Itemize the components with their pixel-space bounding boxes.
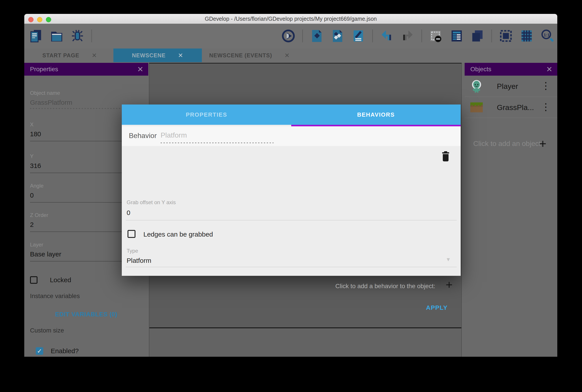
delete-behavior-icon[interactable] [441, 151, 450, 162]
grass-platform-sprite-icon [470, 101, 483, 114]
export-scene-icon[interactable] [310, 29, 324, 43]
properties-panel-title: Properties [30, 66, 58, 73]
mask-icon[interactable] [429, 29, 443, 43]
clone-instances-icon[interactable] [471, 29, 484, 43]
behavior-name-input[interactable] [161, 131, 274, 139]
tab-close-icon[interactable]: ✕ [178, 52, 183, 59]
tab-close-icon[interactable]: ✕ [284, 52, 290, 59]
add-object-label: Click to add an object [473, 140, 541, 148]
object-name: Player [497, 82, 518, 90]
enabled-checkbox[interactable]: ✓ [36, 347, 43, 355]
grab-offset-label: Grab offset on Y axis [127, 199, 176, 206]
locked-checkbox[interactable] [30, 276, 38, 284]
object-row-player[interactable]: Player ⋮ [465, 76, 557, 97]
behaviors-dialog: PROPERTIES BEHAVIORS Behavior Grab offse… [122, 104, 461, 276]
edit-variables-button[interactable]: EDIT VARIABLES (0) [24, 311, 148, 318]
object-name: GrassPla... [497, 103, 534, 112]
outside-scene-area [149, 328, 461, 357]
type-label: Type [127, 248, 138, 254]
publish-icon[interactable] [331, 29, 344, 43]
titlebar: GDevelop - /Users/florian/GDevelop proje… [24, 14, 557, 24]
objects-panel-header: Objects ✕ [465, 63, 557, 76]
toolbar-divider [372, 30, 373, 42]
undo-icon[interactable] [380, 29, 394, 43]
close-icon[interactable]: ✕ [137, 65, 144, 74]
tab-newscene-events[interactable]: NEWSCENE (EVENTS) ✕ [202, 48, 297, 62]
project-manager-icon[interactable] [29, 29, 43, 43]
add-behavior-label: Click to add a behavior to the object: [335, 283, 435, 290]
enabled-label: Enabled? [51, 347, 79, 355]
selection-icon[interactable] [499, 29, 513, 43]
grab-offset-input[interactable] [127, 209, 455, 216]
add-behavior-plus-icon[interactable]: + [446, 278, 453, 292]
instance-variables-heading: Instance variables [30, 292, 80, 300]
enabled-checkbox-row[interactable]: ✓ Enabled? [36, 347, 79, 355]
grid-icon[interactable] [520, 29, 533, 43]
magnifier-handle [549, 38, 554, 42]
open-project-icon[interactable] [50, 29, 64, 43]
play-preview-icon[interactable] [282, 29, 295, 43]
kebab-menu-icon[interactable]: ⋮ [541, 79, 551, 92]
ledges-checkbox[interactable] [128, 230, 136, 238]
field-underline [126, 267, 457, 267]
behavior-name-underline [161, 142, 274, 143]
redo-icon[interactable] [401, 29, 414, 43]
field-underline [126, 220, 457, 220]
toolbar-divider [421, 30, 422, 42]
plus-icon[interactable]: + [539, 136, 546, 151]
dialog-tab-properties[interactable]: PROPERTIES [122, 104, 291, 125]
toolbar-divider [91, 30, 92, 42]
object-row-grassplatform[interactable]: GrassPla... ⋮ [465, 97, 557, 118]
zoom-original-icon[interactable]: 1:1 [540, 29, 554, 43]
object-name-label: Object name [30, 90, 143, 96]
tab-label: NEWSCENE (EVENTS) [209, 52, 272, 59]
instances-list-icon[interactable] [450, 29, 463, 43]
tabbar: START PAGE ✕ NEWSCENE ✕ NEWSCENE (EVENTS… [24, 48, 557, 63]
chevron-down-icon[interactable]: ▼ [446, 256, 451, 262]
behavior-label: Behavior [129, 132, 157, 140]
custom-size-heading: Custom size [30, 327, 64, 334]
ledges-label: Ledges can be grabbed [143, 230, 213, 238]
locked-label: Locked [50, 276, 71, 284]
tab-label: NEWSCENE [132, 52, 166, 59]
toolbar-divider [302, 30, 303, 42]
type-select[interactable] [127, 257, 455, 264]
window-title: GDevelop - /Users/florian/GDevelop proje… [24, 14, 557, 24]
objects-panel: Objects ✕ Player ⋮ GrassPla... ⋮ Click t… [465, 63, 557, 357]
locked-checkbox-row[interactable]: Locked [30, 276, 71, 284]
tab-label: START PAGE [42, 52, 79, 59]
behavior-name-row: Behavior [122, 126, 461, 146]
dialog-tab-behaviors[interactable]: BEHAVIORS [291, 104, 461, 125]
gdevelop-window: GDevelop - /Users/florian/GDevelop proje… [24, 14, 557, 357]
toolbar-divider [491, 30, 492, 42]
edit-scene-properties-icon[interactable] [351, 29, 365, 43]
tab-close-icon[interactable]: ✕ [92, 52, 97, 59]
apply-button[interactable]: APPLY [426, 304, 448, 311]
debug-icon[interactable] [71, 29, 84, 43]
dialog-tabbar: PROPERTIES BEHAVIORS [122, 104, 461, 125]
objects-panel-title: Objects [470, 66, 491, 73]
player-sprite-icon [470, 80, 483, 93]
zoom-ratio-label: 1:1 [544, 33, 549, 38]
kebab-menu-icon[interactable]: ⋮ [541, 100, 551, 114]
tab-newscene[interactable]: NEWSCENE ✕ [113, 48, 202, 62]
tab-start-page[interactable]: START PAGE ✕ [26, 48, 113, 62]
properties-panel-header: Properties ✕ [24, 63, 148, 76]
active-tab-indicator [291, 125, 461, 126]
close-icon[interactable]: ✕ [546, 65, 553, 74]
toolbar: 1:1 [24, 24, 557, 48]
